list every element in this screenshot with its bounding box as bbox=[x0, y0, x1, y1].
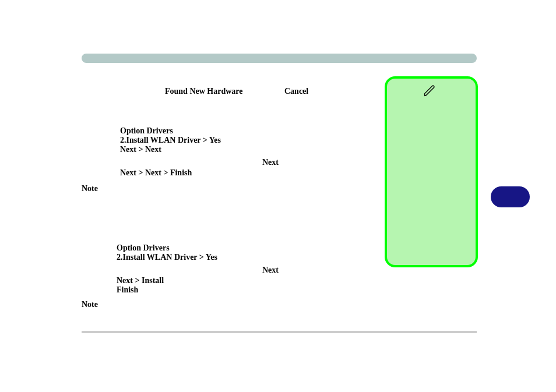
label-finish: Finish bbox=[117, 285, 138, 295]
label-note-2: Note bbox=[82, 300, 98, 309]
pen-icon bbox=[423, 84, 436, 100]
label-install-wlan-1: 2.Install WLAN Driver > Yes bbox=[120, 136, 221, 145]
label-next-next-1: Next > Next bbox=[120, 145, 161, 154]
heading-cancel: Cancel bbox=[284, 87, 308, 96]
label-next-next-finish: Next > Next > Finish bbox=[120, 168, 192, 178]
label-next-install: Next > Install bbox=[117, 276, 164, 285]
label-install-wlan-2: 2.Install WLAN Driver > Yes bbox=[117, 253, 217, 262]
label-next-right-1: Next bbox=[262, 158, 279, 167]
header-bar bbox=[82, 54, 477, 63]
side-tab[interactable] bbox=[491, 186, 530, 207]
label-next-right-2: Next bbox=[262, 266, 279, 275]
footer-rule bbox=[82, 331, 477, 333]
heading-found-new-hardware: Found New Hardware bbox=[165, 87, 243, 96]
label-note-1: Note bbox=[82, 184, 98, 193]
sidebar-highlight-box bbox=[385, 76, 478, 267]
label-option-drivers-1: Option Drivers bbox=[120, 126, 173, 136]
label-option-drivers-2: Option Drivers bbox=[117, 243, 170, 253]
